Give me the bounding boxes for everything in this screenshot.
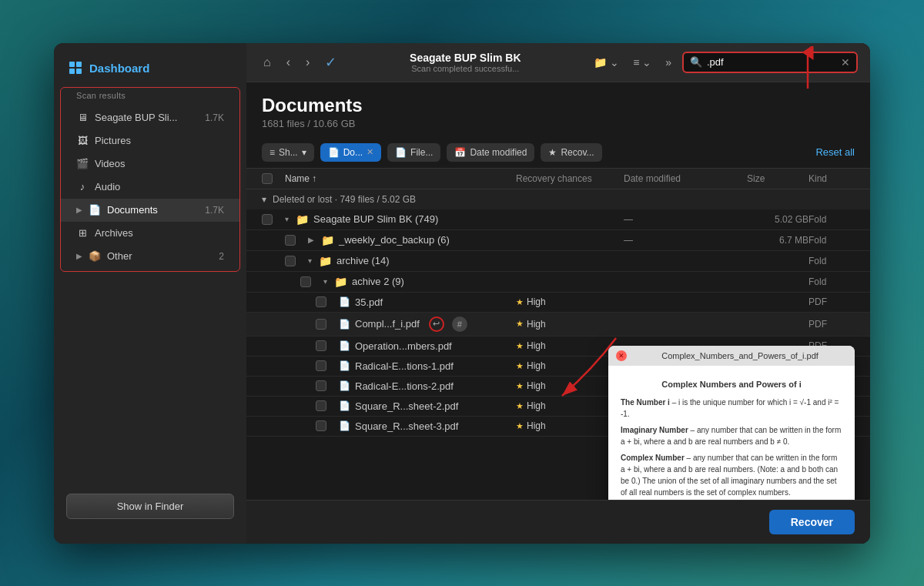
other-chevron: ▶: [76, 252, 82, 260]
row-checkbox[interactable]: [316, 296, 326, 307]
show-filter-button[interactable]: ≡ Sh... ▾: [262, 143, 314, 162]
row-chances: ★ High: [516, 340, 624, 351]
row-kind: PDF: [808, 296, 855, 307]
documents-filter-icon: 📄: [328, 147, 340, 158]
row-name-label: archive (14): [336, 255, 390, 266]
home-button[interactable]: ⌂: [259, 52, 276, 72]
check-button[interactable]: ✓: [320, 51, 341, 74]
recover-button[interactable]: Recover: [769, 510, 855, 534]
pictures-icon: 🖼: [76, 135, 89, 147]
drive-icon: 🖥: [76, 112, 89, 124]
row-checkbox[interactable]: [316, 340, 326, 351]
col-size[interactable]: Size: [747, 173, 808, 184]
main-content: ⌂ ‹ › ✓ Seagate BUP Slim BK Scan complet…: [246, 43, 870, 544]
list-view-button[interactable]: ≡ ⌄: [628, 53, 656, 72]
clear-search-button[interactable]: ✕: [841, 56, 850, 69]
col-chances[interactable]: Recovery chances: [516, 173, 624, 184]
sidebar-item-documents[interactable]: ▶ 📄 Documents 1.7K: [61, 199, 239, 222]
star-icon: ★: [516, 421, 524, 431]
toolbar-icons: 📁 ⌄ ≡ ⌄ »: [589, 53, 676, 72]
file-filter-icon: 📄: [395, 147, 407, 158]
folder-icon: 📁: [296, 213, 309, 226]
preview-p1-title: The Number i: [621, 398, 670, 407]
table-row[interactable]: 📄 Compl...f_i.pdf ↩ # ★ High PDF: [246, 313, 870, 337]
col-date-label: Date modified: [624, 173, 681, 184]
sidebar-item-audio[interactable]: ♪ Audio: [61, 176, 239, 199]
file-filter-button[interactable]: 📄 File...: [387, 143, 440, 162]
archives-icon: ⊞: [76, 227, 89, 239]
table-row[interactable]: ▾ 📁 Seagate BUP Slim BK (749) — 5.02 GB …: [246, 209, 870, 230]
row-name: 📄 Square_R...sheet-3.pdf: [339, 420, 516, 432]
preview-heading: Complex Numbers and Powers of i: [621, 378, 842, 391]
documents-chevron: ▶: [76, 206, 82, 214]
scan-results-label: Scan results: [61, 91, 239, 106]
search-input[interactable]: [707, 56, 836, 68]
row-checkbox[interactable]: [262, 214, 273, 225]
row-checkbox[interactable]: [300, 276, 311, 287]
dashboard-link[interactable]: Dashboard: [54, 55, 246, 87]
row-checkbox[interactable]: [316, 400, 326, 411]
sidebar-item-other[interactable]: ▶ 📦 Other 2: [61, 245, 239, 268]
sidebar-item-videos-label: Videos: [95, 158, 126, 169]
sidebar-item-pictures[interactable]: 🖼 Pictures: [61, 129, 239, 152]
star-icon: ★: [516, 341, 524, 351]
content-title: Documents: [262, 95, 855, 116]
row-name: 📄 Square_R...sheet-2.pdf: [339, 400, 516, 412]
star-icon: ★: [516, 319, 524, 329]
sidebar-item-seagate[interactable]: 🖥 Seagate BUP Sli... 1.7K: [61, 106, 239, 129]
row-name-label: Radical-E...tions-2.pdf: [355, 380, 454, 392]
sidebar-item-archives-label: Archives: [95, 227, 133, 239]
table-row[interactable]: 📄 35.pdf ★ High PDF: [246, 293, 870, 313]
col-kind[interactable]: Kind: [808, 173, 855, 184]
hash-button[interactable]: #: [452, 316, 467, 332]
preview-p1: The Number i – i is the unique number fo…: [621, 397, 842, 420]
col-name[interactable]: Name ↑: [285, 173, 516, 184]
file-table: Name ↑ Recovery chances Date modified Si…: [246, 169, 870, 500]
pdf-icon: 📄: [339, 360, 350, 371]
row-checkbox[interactable]: [316, 319, 326, 330]
other-icon: 📦: [89, 250, 101, 263]
row-expand-icon: ▾: [323, 277, 327, 286]
recovery-filter-button[interactable]: ★ Recov...: [541, 143, 601, 162]
folder-button[interactable]: 📁 ⌄: [589, 53, 624, 72]
forward-button[interactable]: ›: [301, 52, 314, 72]
more-button[interactable]: »: [661, 53, 676, 72]
preview-circle-button[interactable]: ↩: [429, 316, 444, 332]
documents-filter-button[interactable]: 📄 Do... ✕: [320, 143, 381, 162]
filter-bar: ≡ Sh... ▾ 📄 Do... ✕ 📄 File... 📅 Date mod…: [246, 137, 870, 169]
row-checkbox[interactable]: [285, 235, 296, 246]
preview-close-button[interactable]: ✕: [616, 350, 627, 361]
drive-name: Seagate BUP Slim BK: [347, 52, 583, 64]
audio-icon: ♪: [76, 181, 89, 193]
row-checkbox[interactable]: [316, 360, 326, 371]
table-row[interactable]: ▾ 📁 achive 2 (9) Fold: [246, 272, 870, 293]
row-checkbox[interactable]: [316, 420, 326, 431]
row-checkbox[interactable]: [285, 256, 296, 266]
reset-all-button[interactable]: Reset all: [815, 146, 855, 158]
back-button[interactable]: ‹: [282, 52, 295, 72]
header-checkbox[interactable]: [262, 173, 273, 184]
date-filter-button[interactable]: 📅 Date modified: [447, 143, 534, 162]
search-icon: 🔍: [690, 56, 702, 68]
row-checkbox[interactable]: [316, 380, 326, 391]
table-row[interactable]: ▾ 📁 archive (14) Fold: [246, 251, 870, 272]
show-in-finder-button[interactable]: Show in Finder: [66, 494, 234, 519]
row-name: 📄 Compl...f_i.pdf ↩ #: [339, 316, 516, 332]
row-name-label: Square_R...sheet-3.pdf: [355, 420, 458, 432]
content-header: Documents 1681 files / 10.66 GB: [246, 82, 870, 137]
table-row[interactable]: ▶ 📁 _weekly_doc_backup (6) — 6.7 MB Fold: [246, 230, 870, 251]
star-icon: ★: [516, 401, 524, 411]
sidebar-item-videos[interactable]: 🎬 Videos: [61, 152, 239, 176]
col-checkbox: [262, 173, 285, 184]
table-header: Name ↑ Recovery chances Date modified Si…: [246, 169, 870, 189]
sidebar-item-archives[interactable]: ⊞ Archives: [61, 222, 239, 245]
section-chevron: ▾: [262, 194, 266, 205]
row-kind: Fold: [808, 276, 855, 287]
row-chances: ★ High: [516, 380, 624, 391]
row-expand-icon: ▾: [285, 215, 289, 223]
col-date[interactable]: Date modified: [624, 173, 747, 184]
pdf-icon: 📄: [339, 340, 350, 351]
row-expand-icon: ▾: [308, 256, 312, 265]
documents-filter-close[interactable]: ✕: [367, 147, 373, 157]
row-chances: ★ High: [516, 319, 624, 330]
